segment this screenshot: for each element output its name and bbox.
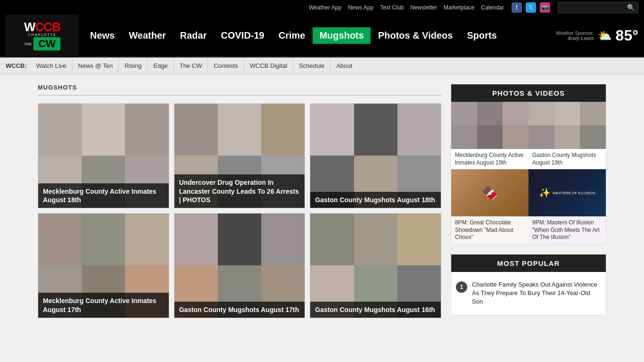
subnav-schedule[interactable]: Schedule bbox=[293, 58, 330, 74]
facebook-icon[interactable]: f bbox=[512, 2, 522, 13]
marketplace-link[interactable]: Marketplace bbox=[444, 4, 474, 11]
logo-cw: CW bbox=[33, 37, 60, 50]
most-popular-header: MOST POPULAR bbox=[451, 255, 606, 272]
newsletter-link[interactable]: Newsletter bbox=[410, 4, 437, 11]
sub-nav: WCCB: Watch Live News @ Ten Rising Edge … bbox=[0, 58, 644, 74]
top-bar: Weather App News App Text Club Newslette… bbox=[0, 0, 644, 15]
nav-mugshots[interactable]: Mugshots bbox=[313, 27, 370, 44]
mug-label-6: Gaston County Mugshots August 16th bbox=[310, 302, 441, 318]
weather-sponsor-name: Andy Lewis bbox=[556, 36, 594, 41]
text-club-link[interactable]: Text Club bbox=[380, 4, 404, 11]
social-icons: f 𝕏 📷 bbox=[512, 2, 550, 13]
top-bar-links: Weather App News App Text Club Newslette… bbox=[309, 4, 504, 11]
nav-covid[interactable]: COVID-19 bbox=[215, 27, 271, 44]
mug-card-3[interactable]: Gaston County Mugshots August 18th bbox=[310, 103, 441, 208]
mug-card-1[interactable]: Mecklenburg County Active Inmates August… bbox=[38, 103, 169, 208]
sidebar: PHOTOS & VIDEOS Mecklenburg County Activ… bbox=[451, 84, 606, 325]
sidebar-thumb-1[interactable]: Mecklenburg County Active Inmates August… bbox=[451, 102, 528, 169]
mug-card-4[interactable]: Mecklenburg County Active Inmates August… bbox=[38, 213, 169, 318]
sidebar-caption-1: Mecklenburg County Active Inmates August… bbox=[451, 149, 528, 169]
subnav-watch-live[interactable]: Watch Live bbox=[31, 58, 73, 74]
nav-sports[interactable]: Sports bbox=[460, 27, 503, 44]
search-input[interactable] bbox=[561, 4, 627, 11]
mug-label-1: Mecklenburg County Active Inmates August… bbox=[38, 183, 169, 208]
search-box: 🔍 bbox=[558, 2, 638, 13]
mugshots-title: MUGSHOTS bbox=[38, 84, 441, 96]
mug-label-5: Gaston County Mugshots August 17th bbox=[174, 302, 305, 318]
logo-text: WCCB bbox=[24, 21, 60, 33]
twitter-icon[interactable]: 𝕏 bbox=[526, 2, 536, 13]
mug-label-3: Gaston County Mugshots August 18th bbox=[310, 192, 441, 208]
nav-news[interactable]: News bbox=[83, 27, 121, 44]
logo[interactable]: WCCB CHARLOTTE THE CW bbox=[6, 15, 79, 57]
sidebar-caption-3: 8PM: Great Chocolate Showdown "Mad About… bbox=[451, 216, 528, 244]
photos-videos-section: PHOTOS & VIDEOS Mecklenburg County Activ… bbox=[451, 84, 606, 245]
weather-widget: Weather Sponsor: Andy Lewis ⛅ 85° bbox=[556, 27, 638, 44]
search-button[interactable]: 🔍 bbox=[627, 4, 635, 11]
main-nav: News Weather Radar COVID-19 Crime Mugsho… bbox=[79, 27, 556, 44]
mug-label-4: Mecklenburg County Active Inmates August… bbox=[38, 293, 169, 317]
subnav-edge[interactable]: Edge bbox=[148, 58, 173, 74]
mug-card-6[interactable]: Gaston County Mugshots August 16th bbox=[310, 213, 441, 318]
most-popular-list: 1 Charlotte Family Speaks Out Against Vi… bbox=[451, 272, 606, 315]
calendar-link[interactable]: Calendar bbox=[481, 4, 504, 11]
subnav-news-ten[interactable]: News @ Ten bbox=[73, 58, 119, 74]
subnav-label: WCCB: bbox=[6, 62, 27, 69]
main-content: MUGSHOTS Mecklenburg County Active Inmat… bbox=[0, 74, 644, 334]
photos-videos-grid: Mecklenburg County Active Inmates August… bbox=[451, 102, 606, 244]
mugshots-section: MUGSHOTS Mecklenburg County Active Inmat… bbox=[38, 84, 441, 325]
instagram-icon[interactable]: 📷 bbox=[540, 2, 550, 13]
popular-text-1: Charlotte Family Speaks Out Against Viol… bbox=[472, 280, 601, 306]
mug-card-2[interactable]: Undercover Drug Operation In Lancaster C… bbox=[174, 103, 305, 208]
weather-sponsor-label: Weather Sponsor: bbox=[556, 31, 594, 36]
logo-the: THE bbox=[24, 42, 32, 46]
popular-rank-1: 1 bbox=[456, 281, 467, 293]
photos-videos-header: PHOTOS & VIDEOS bbox=[451, 84, 606, 102]
header: WCCB CHARLOTTE THE CW News Weather Radar… bbox=[0, 15, 644, 58]
sidebar-thumb-3[interactable]: 🍫 8PM: Great Chocolate Showdown "Mad Abo… bbox=[451, 169, 528, 244]
mug-label-2: Undercover Drug Operation In Lancaster C… bbox=[174, 174, 305, 208]
subnav-wccb-digital[interactable]: WCCB Digital bbox=[244, 58, 293, 74]
nav-crime[interactable]: Crime bbox=[272, 27, 312, 44]
subnav-rising[interactable]: Rising bbox=[119, 58, 148, 74]
sidebar-caption-4: 9PM: Masters Of Illusion "When Goth Meet… bbox=[528, 216, 606, 244]
subnav-about[interactable]: About bbox=[330, 58, 358, 74]
subnav-contests[interactable]: Contests bbox=[208, 58, 244, 74]
sidebar-thumb-4[interactable]: ✨ MASTERS OF ILLUSION 9PM: Masters Of Il… bbox=[528, 169, 606, 244]
sidebar-caption-2: Gaston County Mugshots August 19th bbox=[528, 149, 606, 169]
nav-photos-videos[interactable]: Photos & Videos bbox=[372, 27, 460, 44]
weather-icon: ⛅ bbox=[598, 29, 612, 42]
most-popular-section: MOST POPULAR 1 Charlotte Family Speaks O… bbox=[451, 254, 606, 315]
weather-temp: 85° bbox=[616, 27, 638, 44]
logo-charlotte: CHARLOTTE bbox=[28, 33, 56, 36]
subnav-the-cw[interactable]: The CW bbox=[174, 58, 208, 74]
mugshots-grid: Mecklenburg County Active Inmates August… bbox=[38, 103, 441, 318]
sidebar-thumb-2[interactable]: Gaston County Mugshots August 19th bbox=[528, 102, 606, 169]
popular-item-1[interactable]: 1 Charlotte Family Speaks Out Against Vi… bbox=[456, 277, 601, 310]
nav-radar[interactable]: Radar bbox=[173, 27, 214, 44]
weather-app-link[interactable]: Weather App bbox=[309, 4, 341, 11]
nav-weather[interactable]: Weather bbox=[122, 27, 173, 44]
mug-card-5[interactable]: Gaston County Mugshots August 17th bbox=[174, 213, 305, 318]
news-app-link[interactable]: News App bbox=[348, 4, 373, 11]
